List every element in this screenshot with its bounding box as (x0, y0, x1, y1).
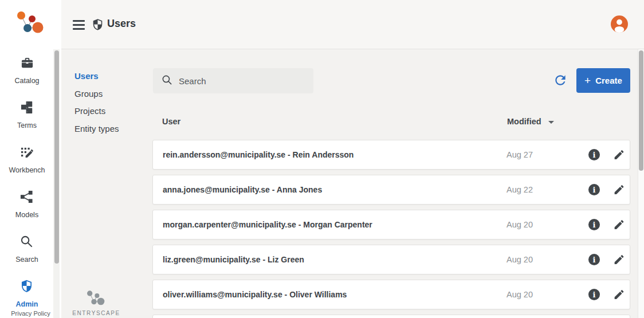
workbench-pencil-icon (21, 146, 34, 161)
menu-icon[interactable] (73, 20, 85, 30)
modified-date: Aug 22 (506, 185, 533, 194)
sitemap-icon (21, 101, 34, 116)
edit-pencil-icon[interactable] (613, 219, 625, 231)
shield-icon (20, 280, 33, 295)
briefcase-icon (21, 56, 34, 72)
search-icon (162, 74, 172, 88)
sidebar-nav: Catalog Terms Workbench (0, 56, 54, 308)
user-label: morgan.carpenter@municipality.se - Morga… (163, 220, 372, 229)
info-icon[interactable]: i (588, 219, 600, 230)
entryscape-logo-icon (16, 10, 46, 38)
edit-pencil-icon[interactable] (613, 254, 625, 266)
modified-date: Aug 20 (506, 290, 533, 299)
share-nodes-icon (20, 190, 33, 206)
sidebar-item-workbench[interactable]: Workbench (9, 146, 45, 174)
user-avatar-icon[interactable] (611, 15, 628, 33)
entryscape-footer-logo-icon (80, 290, 112, 308)
table-row: liz.green@municipality.se - Liz Green Au… (152, 245, 630, 274)
subnav-item-projects[interactable]: Projects (74, 103, 119, 120)
table-row: rein.andersson@municipality.se - Rein An… (152, 140, 630, 170)
sidebar-item-search[interactable]: Search (15, 235, 38, 264)
edit-pencil-icon[interactable] (613, 149, 625, 161)
info-icon[interactable]: i (588, 289, 600, 300)
user-label: oliver.williams@municipality.se - Oliver… (163, 290, 347, 299)
admin-subnav: Users Groups Projects Entity types (74, 68, 119, 138)
sidebar-item-models[interactable]: Models (15, 190, 38, 219)
sidebar-item-label: Models (15, 211, 38, 219)
column-header-user: User (162, 117, 180, 126)
sidebar-item-label: Workbench (9, 166, 45, 174)
sidebar-item-label: Terms (17, 121, 37, 129)
info-icon[interactable]: i (588, 149, 600, 160)
caret-down-icon (548, 121, 554, 124)
user-label: anna.jones@municipality.se - Anna Jones (163, 185, 322, 194)
shield-icon (92, 18, 104, 31)
modified-date: Aug 20 (506, 220, 533, 229)
table-row: anna.jones@municipality.se - Anna Jones … (152, 175, 630, 205)
modified-date: Aug 27 (506, 150, 533, 159)
subnav-item-entity-types[interactable]: Entity types (74, 120, 119, 138)
user-label: liz.green@municipality.se - Liz Green (163, 255, 304, 264)
user-label: rein.andersson@municipality.se - Rein An… (163, 150, 354, 159)
create-button[interactable]: + Create (576, 68, 630, 93)
topbar (61, 0, 644, 49)
privacy-policy-link[interactable]: Privacy Policy (0, 310, 61, 317)
column-header-modified[interactable]: Modified (507, 117, 554, 126)
page-scrollbar-thumb[interactable] (639, 50, 643, 171)
sidebar-item-label: Admin (16, 300, 38, 308)
table-row: oliver.williams@municipality.se - Oliver… (152, 280, 630, 309)
entryscape-wordmark: ENTRYSCAPE (64, 310, 128, 316)
page-title: Users (107, 18, 136, 30)
search-input[interactable] (179, 76, 305, 86)
edit-pencil-icon[interactable] (613, 289, 625, 301)
edit-pencil-icon[interactable] (613, 184, 625, 196)
search-box (153, 68, 313, 93)
sidebar-scrollbar-thumb[interactable] (54, 50, 59, 264)
sidebar-item-terms[interactable]: Terms (17, 101, 37, 129)
sidebar-item-label: Search (15, 256, 38, 264)
table-row: morgan.carpenter@municipality.se - Morga… (152, 210, 630, 240)
refresh-icon[interactable] (553, 73, 569, 89)
info-icon[interactable]: i (588, 254, 600, 265)
subnav-item-users[interactable]: Users (74, 68, 119, 85)
sidebar-item-label: Catalog (14, 77, 39, 85)
subnav-item-groups[interactable]: Groups (74, 85, 119, 103)
plus-icon: + (584, 75, 591, 86)
sidebar-item-admin[interactable]: Admin (16, 280, 38, 308)
search-icon (20, 235, 33, 250)
modified-date: Aug 20 (506, 255, 533, 264)
table-row-partial (152, 315, 630, 318)
info-icon[interactable]: i (588, 184, 600, 195)
sidebar-item-catalog[interactable]: Catalog (14, 56, 39, 85)
sidebar: Catalog Terms Workbench (0, 0, 61, 318)
